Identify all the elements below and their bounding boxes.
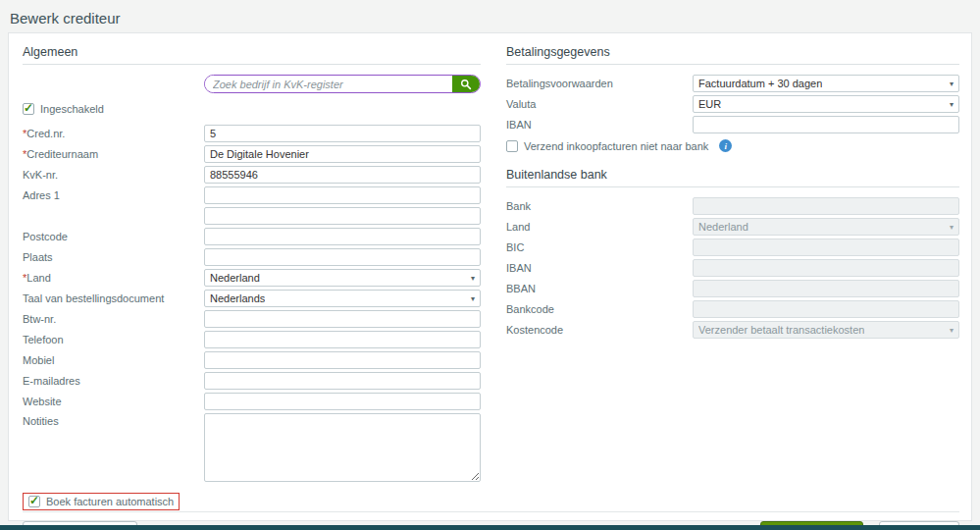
website-label: Website — [23, 396, 204, 407]
website-input[interactable] — [204, 393, 481, 410]
chevron-down-icon: ▾ — [471, 274, 475, 283]
foreign-bank-section-header: Buitenlandse bank — [506, 168, 959, 187]
phone-label: Telefoon — [23, 334, 204, 345]
mobile-input[interactable] — [204, 351, 481, 369]
payment-section: Betalingsgegevens Betalingsvoorwaarden F… — [506, 45, 959, 152]
select-value: Factuurdatum + 30 dagen — [698, 78, 822, 89]
edit-creditor-panel: Algemeen Ingeschake — [8, 32, 972, 521]
field-row-currency: Valuta EUR ▾ — [506, 95, 959, 113]
label-text: IBAN — [506, 119, 532, 131]
label-text: Taal van bestellingsdocument — [23, 292, 164, 304]
document-language-select[interactable]: Nederlands ▾ — [204, 290, 481, 307]
general-section-header: Algemeen — [23, 45, 481, 65]
field-row-address1: Adres 1 — [23, 186, 481, 204]
label-text: Postcode — [23, 231, 68, 242]
country-label: *Land — [23, 272, 204, 284]
field-row-creditor-name: *Crediteurnaam — [23, 145, 481, 163]
kvk-search-input[interactable] — [205, 76, 452, 92]
field-row-bic: BIC — [506, 238, 959, 256]
foreign-iban-input — [693, 259, 959, 277]
auto-book-highlight: Boek facturen automatisch — [23, 493, 180, 510]
enabled-checkbox-row: Ingeschakeld — [23, 103, 481, 115]
select-value: Nederlands — [210, 292, 265, 304]
bankcode-label: Bankcode — [506, 303, 693, 315]
document-language-label: Taal van bestellingsdocument — [23, 292, 204, 304]
auto-book-checkbox-row: Boek facturen automatisch — [28, 496, 174, 507]
mobile-label: Mobiel — [23, 354, 204, 366]
foreign-iban-label: IBAN — [506, 262, 693, 274]
phone-input[interactable] — [204, 331, 481, 348]
label-text: Betalingsvoorwaarden — [506, 78, 613, 89]
payment-terms-select[interactable]: Factuurdatum + 30 dagen ▾ — [693, 75, 959, 92]
notes-textarea[interactable] — [204, 413, 481, 482]
iban-input[interactable] — [693, 116, 959, 133]
address2-input[interactable] — [204, 207, 481, 225]
field-row-foreign-bank: Bank — [506, 197, 959, 215]
payment-terms-label: Betalingsvoorwaarden — [506, 78, 693, 89]
field-row-foreign-iban: IBAN — [506, 259, 959, 277]
field-row-document-language: Taal van bestellingsdocument Nederlands … — [23, 290, 481, 307]
label-text: Crediteurnaam — [26, 148, 98, 160]
currency-select[interactable]: EUR ▾ — [693, 95, 959, 113]
field-row-bankcode: Bankcode — [506, 300, 959, 318]
no-bank-checkbox-label: Verzend inkoopfacturen niet naar bank — [524, 140, 708, 152]
label-text: Notities — [23, 415, 59, 427]
label-text: Btw-nr. — [23, 313, 56, 325]
label-text: Kostencode — [506, 324, 563, 336]
foreign-bank-section: Buitenlandse bank Bank Land Nederland ▾ — [506, 168, 959, 339]
foreign-country-label: Land — [506, 221, 693, 233]
city-input[interactable] — [204, 248, 481, 266]
crednr-input[interactable] — [204, 125, 481, 142]
kvk-search — [204, 75, 481, 93]
label-text: BBAN — [506, 283, 536, 294]
costcode-select: Verzender betaalt transactiekosten ▾ — [693, 321, 959, 339]
field-row-iban: IBAN — [506, 116, 959, 133]
enabled-checkbox-label: Ingeschakeld — [40, 103, 104, 115]
label-text: Valuta — [506, 98, 536, 110]
bic-label: BIC — [506, 241, 693, 253]
address1-input[interactable] — [204, 186, 481, 204]
country-select[interactable]: Nederland ▾ — [204, 269, 481, 287]
general-section: Algemeen Ingeschake — [23, 45, 481, 511]
label-text: Website — [23, 396, 62, 407]
select-value: EUR — [698, 98, 721, 110]
auto-book-checkbox-label: Boek facturen automatisch — [46, 496, 174, 507]
creditor-name-input[interactable] — [204, 145, 481, 163]
field-row-crednr: *Cred.nr. — [23, 125, 481, 142]
field-row-country: *Land Nederland ▾ — [23, 269, 481, 287]
bic-input — [693, 238, 959, 256]
label-text: KvK-nr. — [23, 169, 58, 181]
label-text: Bank — [506, 200, 531, 212]
chevron-down-icon: ▾ — [950, 100, 954, 109]
foreign-bank-label: Bank — [506, 200, 693, 212]
postcode-input[interactable] — [204, 228, 481, 245]
chevron-down-icon: ▾ — [950, 223, 954, 232]
field-row-address2 — [23, 207, 481, 225]
page-title: Bewerk crediteur — [0, 0, 980, 26]
label-text: Bankcode — [506, 303, 554, 315]
chevron-down-icon: ▾ — [950, 80, 954, 88]
bottom-accent-strip — [0, 525, 980, 530]
label-text: IBAN — [506, 262, 532, 274]
vat-input[interactable] — [204, 310, 481, 328]
search-icon — [460, 79, 472, 90]
foreign-bank-input — [693, 197, 959, 215]
enabled-checkbox[interactable] — [23, 103, 34, 115]
auto-book-checkbox[interactable] — [28, 496, 40, 507]
creditor-name-label: *Crediteurnaam — [23, 148, 204, 160]
email-label: E-mailadres — [23, 375, 204, 387]
label-text: BIC — [506, 241, 524, 253]
no-bank-checkbox-row: Verzend inkoopfacturen niet naar bank i — [506, 139, 959, 152]
field-row-postcode: Postcode — [23, 228, 481, 245]
label-text: Adres 1 — [23, 189, 60, 201]
chevron-down-icon: ▾ — [471, 294, 475, 303]
kvk-input[interactable] — [204, 166, 481, 184]
info-icon[interactable]: i — [719, 139, 732, 152]
notes-label: Notities — [23, 413, 204, 427]
kvk-search-button[interactable] — [452, 76, 480, 92]
field-row-payment-terms: Betalingsvoorwaarden Factuurdatum + 30 d… — [506, 75, 959, 92]
city-label: Plaats — [23, 251, 204, 263]
field-row-phone: Telefoon — [23, 331, 481, 348]
email-input[interactable] — [204, 372, 481, 390]
no-bank-checkbox[interactable] — [506, 140, 518, 152]
